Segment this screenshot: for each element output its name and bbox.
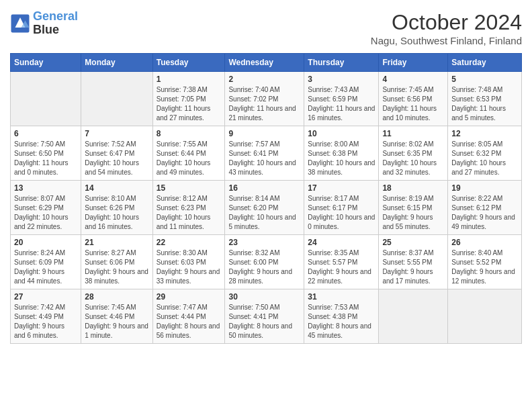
day-number: 24 (308, 238, 375, 247)
calendar-cell: 20Sunrise: 8:24 AM Sunset: 6:09 PM Dayli… (11, 235, 81, 289)
calendar-cell: 19Sunrise: 8:22 AM Sunset: 6:12 PM Dayli… (448, 181, 522, 235)
day-info: Sunrise: 7:55 AM Sunset: 6:44 PM Dayligh… (157, 140, 222, 177)
column-header-monday: Monday (81, 54, 152, 72)
day-info: Sunrise: 7:48 AM Sunset: 6:53 PM Dayligh… (451, 85, 518, 123)
day-number: 28 (85, 292, 148, 302)
day-number: 4 (382, 75, 444, 84)
calendar-cell: 30Sunrise: 7:50 AM Sunset: 4:41 PM Dayli… (225, 289, 304, 344)
calendar-cell: 2Sunrise: 7:40 AM Sunset: 7:02 PM Daylig… (225, 72, 304, 126)
day-number: 26 (451, 238, 518, 247)
day-number: 2 (228, 75, 300, 84)
logo: General Blue (10, 10, 78, 37)
day-number: 27 (14, 292, 77, 302)
day-info: Sunrise: 8:27 AM Sunset: 6:06 PM Dayligh… (85, 248, 148, 286)
calendar-cell (81, 72, 152, 126)
calendar-cell: 17Sunrise: 8:17 AM Sunset: 6:17 PM Dayli… (304, 181, 379, 235)
day-number: 14 (85, 183, 148, 193)
calendar-cell: 31Sunrise: 7:53 AM Sunset: 4:38 PM Dayli… (304, 289, 379, 344)
calendar-cell: 22Sunrise: 8:30 AM Sunset: 6:03 PM Dayli… (152, 235, 225, 289)
calendar-cell: 18Sunrise: 8:19 AM Sunset: 6:15 PM Dayli… (379, 181, 448, 235)
calendar-cell: 25Sunrise: 8:37 AM Sunset: 5:55 PM Dayli… (379, 235, 448, 289)
calendar-header: SundayMondayTuesdayWednesdayThursdayFrid… (11, 54, 522, 72)
column-header-saturday: Saturday (448, 54, 522, 72)
location: Nagu, Southwest Finland, Finland (371, 35, 522, 46)
day-info: Sunrise: 8:24 AM Sunset: 6:09 PM Dayligh… (14, 248, 77, 286)
day-number: 31 (308, 292, 375, 302)
day-info: Sunrise: 7:50 AM Sunset: 6:50 PM Dayligh… (14, 140, 77, 177)
day-number: 30 (228, 292, 300, 302)
day-number: 8 (157, 129, 222, 138)
calendar-cell: 26Sunrise: 8:40 AM Sunset: 5:52 PM Dayli… (448, 235, 522, 289)
calendar-cell (379, 289, 448, 344)
day-number: 13 (14, 183, 77, 193)
day-number: 19 (451, 183, 518, 193)
day-info: Sunrise: 8:07 AM Sunset: 6:29 PM Dayligh… (14, 194, 77, 232)
page-header: General Blue October 2024 Nagu, Southwes… (10, 10, 522, 46)
calendar-cell: 8Sunrise: 7:55 AM Sunset: 6:44 PM Daylig… (152, 126, 225, 181)
day-number: 9 (228, 129, 300, 138)
calendar-cell: 5Sunrise: 7:48 AM Sunset: 6:53 PM Daylig… (448, 72, 522, 126)
day-info: Sunrise: 8:14 AM Sunset: 6:20 PM Dayligh… (228, 194, 300, 232)
day-number: 11 (382, 129, 444, 138)
calendar-cell (11, 72, 81, 126)
calendar-cell: 29Sunrise: 7:47 AM Sunset: 4:44 PM Dayli… (152, 289, 225, 344)
day-info: Sunrise: 7:50 AM Sunset: 4:41 PM Dayligh… (228, 303, 300, 340)
day-info: Sunrise: 8:37 AM Sunset: 5:55 PM Dayligh… (382, 248, 444, 286)
day-number: 16 (228, 183, 300, 193)
calendar-cell: 4Sunrise: 7:45 AM Sunset: 6:56 PM Daylig… (379, 72, 448, 126)
day-info: Sunrise: 8:00 AM Sunset: 6:38 PM Dayligh… (308, 140, 375, 177)
day-number: 29 (157, 292, 222, 302)
column-header-tuesday: Tuesday (152, 54, 225, 72)
calendar-cell: 9Sunrise: 7:57 AM Sunset: 6:41 PM Daylig… (225, 126, 304, 181)
calendar-cell: 11Sunrise: 8:02 AM Sunset: 6:35 PM Dayli… (379, 126, 448, 181)
day-number: 1 (157, 75, 222, 84)
header-row: SundayMondayTuesdayWednesdayThursdayFrid… (11, 54, 522, 72)
calendar-cell: 7Sunrise: 7:52 AM Sunset: 6:47 PM Daylig… (81, 126, 152, 181)
calendar-cell (448, 289, 522, 344)
day-info: Sunrise: 7:38 AM Sunset: 7:05 PM Dayligh… (157, 85, 222, 123)
day-number: 12 (451, 129, 518, 138)
day-info: Sunrise: 7:42 AM Sunset: 4:49 PM Dayligh… (14, 303, 77, 340)
day-number: 25 (382, 238, 444, 247)
day-info: Sunrise: 7:52 AM Sunset: 6:47 PM Dayligh… (85, 140, 148, 177)
calendar-cell: 10Sunrise: 8:00 AM Sunset: 6:38 PM Dayli… (304, 126, 379, 181)
day-number: 21 (85, 238, 148, 247)
day-number: 23 (228, 238, 300, 247)
calendar-cell: 28Sunrise: 7:45 AM Sunset: 4:46 PM Dayli… (81, 289, 152, 344)
day-number: 6 (14, 129, 77, 138)
calendar-cell: 13Sunrise: 8:07 AM Sunset: 6:29 PM Dayli… (11, 181, 81, 235)
logo-icon (10, 13, 30, 34)
week-row-1: 1Sunrise: 7:38 AM Sunset: 7:05 PM Daylig… (11, 72, 522, 126)
week-row-3: 13Sunrise: 8:07 AM Sunset: 6:29 PM Dayli… (11, 181, 522, 235)
week-row-4: 20Sunrise: 8:24 AM Sunset: 6:09 PM Dayli… (11, 235, 522, 289)
week-row-5: 27Sunrise: 7:42 AM Sunset: 4:49 PM Dayli… (11, 289, 522, 344)
column-header-thursday: Thursday (304, 54, 379, 72)
calendar-cell: 23Sunrise: 8:32 AM Sunset: 6:00 PM Dayli… (225, 235, 304, 289)
week-row-2: 6Sunrise: 7:50 AM Sunset: 6:50 PM Daylig… (11, 126, 522, 181)
day-number: 20 (14, 238, 77, 247)
calendar-cell: 16Sunrise: 8:14 AM Sunset: 6:20 PM Dayli… (225, 181, 304, 235)
day-info: Sunrise: 8:17 AM Sunset: 6:17 PM Dayligh… (308, 194, 375, 232)
calendar-cell: 14Sunrise: 8:10 AM Sunset: 6:26 PM Dayli… (81, 181, 152, 235)
calendar-cell: 6Sunrise: 7:50 AM Sunset: 6:50 PM Daylig… (11, 126, 81, 181)
column-header-wednesday: Wednesday (225, 54, 304, 72)
day-number: 5 (451, 75, 518, 84)
calendar-cell: 21Sunrise: 8:27 AM Sunset: 6:06 PM Dayli… (81, 235, 152, 289)
day-number: 10 (308, 129, 375, 138)
day-info: Sunrise: 8:05 AM Sunset: 6:32 PM Dayligh… (451, 140, 518, 177)
day-info: Sunrise: 8:40 AM Sunset: 5:52 PM Dayligh… (451, 248, 518, 286)
day-info: Sunrise: 8:12 AM Sunset: 6:23 PM Dayligh… (157, 194, 222, 232)
day-info: Sunrise: 7:43 AM Sunset: 6:59 PM Dayligh… (308, 85, 375, 123)
day-info: Sunrise: 8:19 AM Sunset: 6:15 PM Dayligh… (382, 194, 444, 232)
calendar-cell: 27Sunrise: 7:42 AM Sunset: 4:49 PM Dayli… (11, 289, 81, 344)
day-info: Sunrise: 7:45 AM Sunset: 6:56 PM Dayligh… (382, 85, 444, 123)
day-info: Sunrise: 8:30 AM Sunset: 6:03 PM Dayligh… (157, 248, 222, 286)
day-info: Sunrise: 8:02 AM Sunset: 6:35 PM Dayligh… (382, 140, 444, 177)
calendar-cell: 15Sunrise: 8:12 AM Sunset: 6:23 PM Dayli… (152, 181, 225, 235)
calendar-cell: 1Sunrise: 7:38 AM Sunset: 7:05 PM Daylig… (152, 72, 225, 126)
calendar-table: SundayMondayTuesdayWednesdayThursdayFrid… (10, 53, 522, 344)
logo-text: General Blue (33, 10, 78, 37)
calendar-body: 1Sunrise: 7:38 AM Sunset: 7:05 PM Daylig… (11, 72, 522, 344)
day-info: Sunrise: 8:32 AM Sunset: 6:00 PM Dayligh… (228, 248, 300, 286)
day-number: 22 (157, 238, 222, 247)
